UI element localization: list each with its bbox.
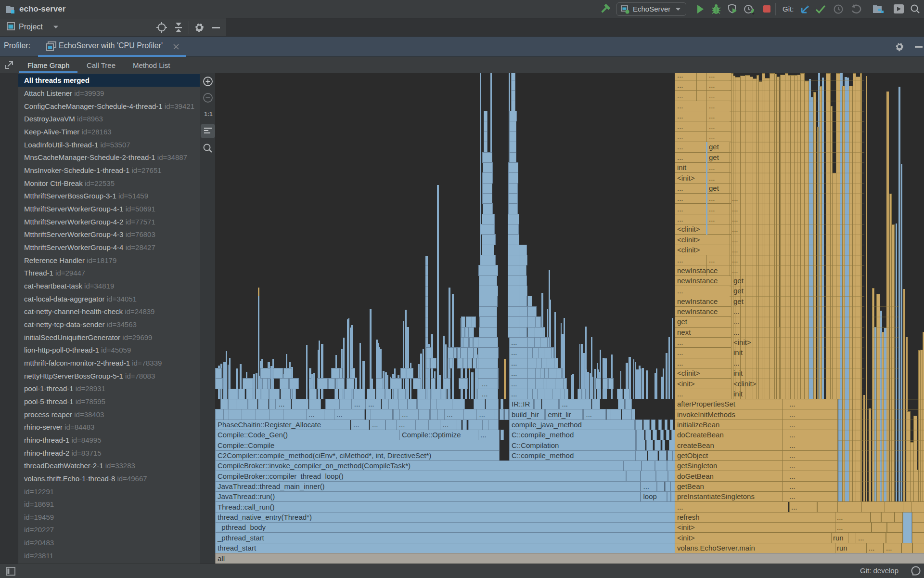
svg-text:...: ... — [733, 317, 740, 326]
svg-text:thread_native_entry(Thread*): thread_native_entry(Thread*) — [218, 513, 312, 521]
svg-text:afterPropertiesSet: afterPropertiesSet — [677, 400, 736, 408]
svg-text:...: ... — [789, 410, 796, 419]
svg-text:...: ... — [677, 153, 683, 161]
svg-text:...: ... — [789, 451, 796, 460]
svg-text:<clinit>: <clinit> — [677, 225, 700, 233]
svg-text:...: ... — [511, 380, 517, 388]
svg-text:get: get — [733, 297, 744, 305]
svg-text:PhaseChaitin::Register_Allocat: PhaseChaitin::Register_Allocate — [218, 420, 321, 429]
svg-text:_pthread_body: _pthread_body — [217, 523, 266, 531]
svg-text:...: ... — [480, 431, 487, 439]
svg-text:<clinit>: <clinit> — [677, 246, 700, 254]
svg-text:build_hir: build_hir — [512, 410, 539, 419]
svg-text:...: ... — [482, 390, 488, 398]
svg-text:...: ... — [709, 81, 715, 89]
svg-text:init: init — [733, 369, 743, 377]
svg-text:...: ... — [677, 122, 683, 131]
svg-text:JavaThread::run(): JavaThread::run() — [218, 492, 275, 500]
svg-text:...: ... — [443, 420, 449, 429]
svg-text:...: ... — [709, 205, 715, 213]
svg-text:...: ... — [511, 359, 517, 367]
svg-text:...: ... — [308, 410, 315, 419]
svg-text:...: ... — [677, 194, 683, 202]
svg-text:get: get — [733, 287, 744, 295]
svg-text:...: ... — [858, 534, 864, 542]
svg-text:init: init — [733, 390, 743, 398]
svg-text:...: ... — [402, 410, 408, 419]
svg-text:...: ... — [677, 287, 683, 295]
svg-text:...: ... — [336, 410, 343, 419]
svg-text:...: ... — [732, 225, 738, 233]
svg-text:C::compile_method: C::compile_method — [512, 451, 574, 460]
svg-text:CompileBroker::compiler_thread: CompileBroker::compiler_thread_loop() — [218, 472, 344, 480]
svg-text:...: ... — [732, 256, 738, 264]
svg-text:C2Compiler::compile_method(ciE: C2Compiler::compile_method(ciEnv*, ciMet… — [218, 451, 431, 460]
svg-text:...: ... — [789, 441, 796, 449]
svg-text:invokeInitMethods: invokeInitMethods — [677, 410, 735, 419]
svg-text:initializeBean: initializeBean — [677, 420, 719, 429]
svg-text:...: ... — [709, 256, 715, 264]
svg-text:doCreateBean: doCreateBean — [677, 431, 724, 439]
svg-text:...: ... — [733, 307, 740, 315]
svg-text:...: ... — [354, 400, 360, 408]
svg-text:get: get — [709, 184, 719, 192]
svg-text:...: ... — [733, 328, 740, 336]
svg-text:...: ... — [789, 482, 796, 490]
svg-text:newInstance: newInstance — [677, 276, 718, 285]
svg-text:JavaThread::thread_main_inner(: JavaThread::thread_main_inner() — [218, 482, 325, 490]
svg-text:...: ... — [677, 348, 683, 356]
svg-text:...: ... — [562, 400, 568, 408]
svg-text:...: ... — [789, 461, 796, 470]
svg-text:...: ... — [709, 194, 715, 202]
svg-text:...: ... — [677, 503, 683, 511]
svg-text:CompileBroker::invoke_compiler: CompileBroker::invoke_compiler_on_method… — [218, 461, 411, 470]
svg-text:...: ... — [677, 184, 683, 192]
svg-text:C::Compilation: C::Compilation — [512, 441, 559, 449]
svg-text:...: ... — [789, 420, 796, 429]
svg-text:...: ... — [677, 359, 683, 367]
svg-text:...: ... — [677, 256, 683, 264]
svg-text:all: all — [218, 554, 225, 563]
svg-text:...: ... — [709, 266, 715, 275]
svg-text:...: ... — [732, 246, 738, 254]
svg-text:get: get — [709, 143, 719, 151]
svg-text:...: ... — [677, 132, 683, 141]
svg-text:...: ... — [732, 194, 738, 202]
svg-text:get: get — [733, 276, 744, 285]
svg-text:<clinit>: <clinit> — [677, 236, 700, 244]
svg-text:...: ... — [709, 112, 715, 120]
svg-text:...: ... — [709, 92, 715, 100]
svg-text:...: ... — [789, 400, 796, 408]
svg-text:...: ... — [732, 236, 738, 244]
svg-text:...: ... — [368, 400, 374, 408]
svg-text:...: ... — [677, 338, 683, 346]
svg-text:<init>: <init> — [733, 338, 751, 346]
svg-text:C::compile_method: C::compile_method — [512, 431, 574, 439]
svg-text:...: ... — [789, 431, 796, 439]
svg-text:...: ... — [511, 369, 517, 377]
svg-text:...: ... — [732, 205, 738, 213]
svg-text:...: ... — [709, 102, 715, 110]
svg-text:...: ... — [511, 348, 517, 356]
svg-text:<clinit>: <clinit> — [677, 369, 700, 377]
svg-text:...: ... — [677, 73, 683, 79]
svg-text:Thread::call_run(): Thread::call_run() — [218, 503, 274, 511]
svg-text:...: ... — [643, 482, 650, 490]
svg-text:...: ... — [677, 102, 683, 110]
svg-text:<init>: <init> — [677, 523, 695, 531]
svg-text:run: run — [837, 544, 847, 552]
svg-text:...: ... — [837, 523, 843, 531]
svg-text:...: ... — [709, 132, 715, 141]
svg-text:...: ... — [353, 420, 359, 429]
svg-text:...: ... — [279, 400, 285, 408]
svg-text:<clinit>: <clinit> — [733, 380, 757, 388]
svg-text:<init>: <init> — [677, 174, 695, 182]
svg-text:doGetBean: doGetBean — [677, 472, 714, 480]
svg-text:...: ... — [789, 472, 796, 480]
svg-text:getObject: getObject — [677, 451, 708, 460]
svg-text:Compile::Optimize: Compile::Optimize — [402, 431, 461, 439]
svg-text:...: ... — [837, 513, 843, 521]
svg-text:...: ... — [791, 503, 797, 511]
svg-text:thread_start: thread_start — [218, 544, 257, 552]
svg-text:...: ... — [677, 81, 683, 89]
